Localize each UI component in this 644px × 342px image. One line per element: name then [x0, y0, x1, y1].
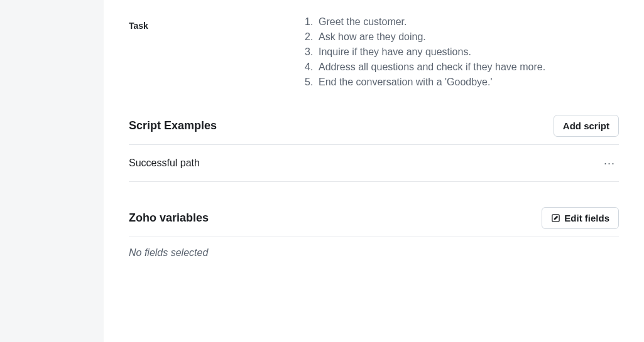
edit-icon: [551, 213, 560, 223]
task-list-item: Address all questions and check if they …: [305, 60, 619, 75]
add-script-button-label: Add script: [563, 120, 609, 131]
task-content: of the month, don't mention the year. Gr…: [305, 0, 619, 90]
sidebar-area: [0, 0, 104, 342]
script-name: Successful path: [129, 158, 200, 169]
task-section: Task of the month, don't mention the yea…: [129, 0, 619, 90]
zoho-empty-state: No fields selected: [129, 237, 619, 259]
add-script-button[interactable]: Add script: [554, 115, 619, 137]
task-list: Greet the customer. Ask how are they doi…: [305, 0, 619, 90]
task-list-item: Ask how are they doing.: [305, 29, 619, 45]
more-options-button[interactable]: ···: [600, 155, 619, 171]
task-list-item: Greet the customer.: [305, 14, 619, 29]
zoho-variables-title: Zoho variables: [129, 211, 209, 225]
edit-fields-button[interactable]: Edit fields: [542, 207, 619, 229]
task-label: Task: [129, 0, 305, 31]
ellipsis-icon: ···: [604, 157, 615, 169]
zoho-variables-section: Zoho variables Edit fields No fields sel…: [129, 207, 619, 259]
script-examples-header: Script Examples Add script: [129, 115, 619, 145]
script-row[interactable]: Successful path ···: [129, 145, 619, 182]
main-panel: Task of the month, don't mention the yea…: [104, 0, 644, 342]
task-list-item: End the conversation with a 'Goodbye.': [305, 75, 619, 90]
edit-fields-button-label: Edit fields: [564, 213, 609, 223]
zoho-variables-header: Zoho variables Edit fields: [129, 207, 619, 237]
script-examples-section: Script Examples Add script Successful pa…: [129, 115, 619, 182]
script-examples-title: Script Examples: [129, 119, 217, 132]
task-list-item: Inquire if they have any questions.: [305, 45, 619, 60]
